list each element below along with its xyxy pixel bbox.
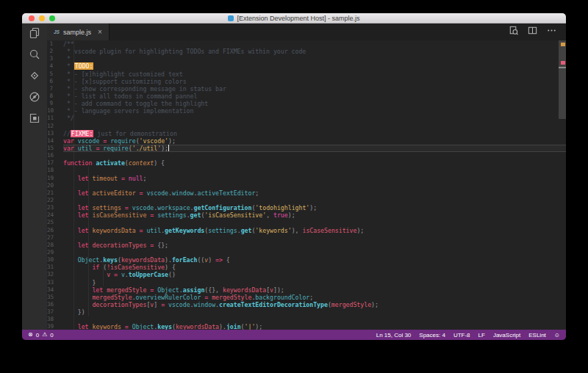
code-line[interactable]: 38 — [47, 316, 566, 323]
status-item-lf[interactable]: LF — [478, 332, 485, 338]
sidebar-item-explorer[interactable] — [28, 28, 41, 40]
code-line[interactable]: 21 let activeEditor = vscode.window.acti… — [47, 189, 566, 197]
split-editor-button[interactable] — [527, 25, 538, 39]
todo-highlight: TODO: — [74, 62, 94, 70]
line-number: 1 — [47, 40, 63, 48]
line-number: 10 — [47, 107, 63, 115]
line-number: 5 — [47, 70, 63, 78]
zoom-window-button[interactable] — [49, 15, 55, 21]
warning-icon[interactable]: ⚠ — [42, 332, 47, 338]
code-line[interactable]: 28 let decorationTypes = {}; — [47, 242, 566, 249]
code-line[interactable]: 31 if (!isCaseSensitive) { — [47, 264, 566, 271]
line-number: 25 — [47, 219, 63, 226]
close-tab-icon[interactable]: × — [98, 29, 102, 36]
code-line[interactable]: 25 — [47, 219, 566, 226]
code-line[interactable]: 34 let mergedStyle = Object.assign({}, k… — [47, 286, 566, 294]
indent-guide — [88, 167, 89, 316]
close-window-button[interactable] — [29, 15, 35, 21]
code-line[interactable]: 18 — [47, 167, 566, 174]
status-item-spaces-4[interactable]: Spaces: 4 — [419, 332, 445, 338]
line-number: 12 — [47, 123, 63, 130]
status-bar-right: Ln 15, Col 30Spaces: 4UTF-8LFJavaScriptE… — [376, 332, 560, 338]
line-number: 7 — [47, 85, 63, 93]
line-number: 23 — [47, 204, 63, 211]
warning-count[interactable]: 0 — [50, 332, 53, 338]
todo-ruler-mark — [561, 43, 565, 46]
code-line[interactable]: 33 } — [47, 279, 566, 286]
code-line[interactable]: 30 Object.keys(keywordsData).forEach((v)… — [47, 256, 566, 264]
indent-guide — [103, 264, 104, 286]
code-line[interactable]: 6 * - [x]support customizing colors — [47, 78, 566, 85]
code-line[interactable]: 7 * - show corresponding message in stat… — [47, 85, 566, 93]
tab-label: sample.js — [63, 29, 91, 36]
code-line[interactable]: 16 — [47, 152, 566, 159]
preview-icon — [508, 26, 519, 38]
error-icon[interactable]: ⊗ — [28, 332, 33, 338]
line-number: 31 — [47, 264, 63, 271]
text-cursor — [168, 145, 169, 151]
line-number: 2 — [47, 48, 63, 55]
sidebar-item-debug[interactable] — [28, 92, 41, 104]
code-line[interactable]: 37 }) — [47, 308, 566, 316]
code-line[interactable]: 39 let keywords = Object.keys(keywordsDa… — [47, 323, 566, 330]
tab-sample-js[interactable]: JS sample.js × — [47, 23, 110, 40]
code-line[interactable]: 36 decorationTypes[v] = vscode.window.cr… — [47, 301, 566, 308]
feedback-icon[interactable]: ☺ — [554, 332, 560, 338]
more-actions-icon — [546, 26, 557, 38]
code-line[interactable]: 32 v = v.toUpperCase() — [47, 271, 566, 278]
status-bar: ⊗ 0 ⚠ 0 Ln 15, Col 30Spaces: 4UTF-8LFJav… — [22, 330, 566, 340]
sidebar-item-search[interactable] — [28, 49, 41, 62]
code-line[interactable]: 4 * TODO: — [47, 62, 566, 70]
sidebar-item-source-control[interactable] — [28, 70, 41, 83]
code-line[interactable]: 35 mergedStyle.overviewRulerColor = merg… — [47, 294, 566, 301]
code-line[interactable]: 11 */ — [47, 115, 566, 122]
code-line[interactable]: 10 * - language servers implementation — [47, 107, 566, 115]
line-number: 38 — [47, 316, 63, 323]
error-count[interactable]: 0 — [36, 332, 39, 338]
code-line[interactable]: 19 let timeout = null; — [47, 175, 566, 182]
line-number: 30 — [47, 256, 63, 264]
line-number: 8 — [47, 93, 63, 100]
code-line[interactable]: 27 — [47, 234, 566, 242]
line-number: 18 — [47, 167, 63, 174]
status-item-utf-8[interactable]: UTF-8 — [453, 332, 470, 338]
more-actions-button[interactable] — [546, 25, 557, 39]
search-icon — [29, 48, 40, 63]
line-number: 26 — [47, 227, 63, 234]
status-item-eslint[interactable]: ESLint — [528, 332, 546, 338]
minimize-window-button[interactable] — [39, 15, 45, 21]
code-line[interactable]: 22 — [47, 197, 566, 204]
code-line[interactable]: 1/** — [47, 40, 566, 48]
source-control-icon — [29, 70, 40, 84]
line-number: 33 — [47, 279, 63, 286]
open-preview-button[interactable] — [508, 25, 519, 39]
line-number: 39 — [47, 323, 63, 330]
code-line[interactable]: 15var util = require('./util'); — [47, 145, 566, 152]
code-line[interactable]: 14var vscode = require('vscode'); — [47, 137, 566, 145]
code-line[interactable]: 8 * - list all todos in command pannel — [47, 93, 566, 100]
code-line[interactable]: 17function activate(context) { — [47, 159, 566, 167]
line-number: 36 — [47, 301, 63, 308]
line-number: 34 — [47, 286, 63, 294]
code-editor[interactable]: 1/**2 * vscode plugin for highlighting T… — [47, 40, 566, 330]
vscode-window: [Extension Development Host] - sample.js… — [22, 13, 566, 340]
code-line[interactable]: 29 — [47, 249, 566, 256]
sidebar-item-extensions[interactable] — [28, 113, 41, 126]
code-line[interactable]: 5 * - [x]highlight customized text — [47, 70, 566, 78]
title-bar[interactable]: [Extension Development Host] - sample.js — [22, 13, 566, 23]
line-number: 27 — [47, 234, 63, 242]
code-line[interactable]: 24 let isCaseSensitive = settings.get('i… — [47, 211, 566, 219]
code-line[interactable]: 12 — [47, 123, 566, 130]
code-line[interactable]: 23 let settings = vscode.workspace.getCo… — [47, 204, 566, 211]
cursor-ruler-mark — [559, 67, 566, 68]
scrollbar-slider[interactable] — [559, 40, 566, 119]
code-line[interactable]: 3 * — [47, 55, 566, 62]
status-item-javascript[interactable]: JavaScript — [493, 332, 520, 338]
status-item-ln-15-col-30[interactable]: Ln 15, Col 30 — [376, 332, 412, 338]
code-line[interactable]: 26 let keywordsData = util.getKeywords(s… — [47, 227, 566, 234]
code-line[interactable]: 2 * vscode plugin for highlighting TODOs… — [47, 48, 566, 55]
code-line[interactable]: 20 — [47, 182, 566, 189]
code-line[interactable]: 9 * - add command to toggle the highligh… — [47, 100, 566, 107]
split-editor-icon — [527, 26, 538, 38]
code-line[interactable]: 13//FIXME: just for demonstration — [47, 130, 566, 137]
